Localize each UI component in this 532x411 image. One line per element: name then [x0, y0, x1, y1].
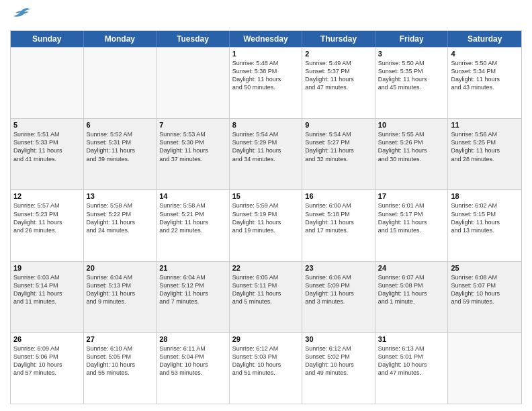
day-cell-13: 13Sunrise: 5:58 AM Sunset: 5:22 PM Dayli…: [84, 190, 157, 261]
weekday-header-wednesday: Wednesday: [230, 31, 303, 47]
day-number: 6: [87, 121, 154, 129]
day-number: 29: [232, 335, 300, 343]
day-cell-1: 1Sunrise: 5:48 AM Sunset: 5:38 PM Daylig…: [230, 48, 303, 118]
day-info: Sunrise: 6:12 AM Sunset: 5:02 PM Dayligh…: [305, 345, 372, 377]
calendar-row-3: 19Sunrise: 6:03 AM Sunset: 5:14 PM Dayli…: [11, 261, 521, 332]
day-cell-2: 2Sunrise: 5:49 AM Sunset: 5:37 PM Daylig…: [302, 48, 375, 118]
weekday-header-monday: Monday: [84, 31, 157, 47]
day-info: Sunrise: 6:04 AM Sunset: 5:13 PM Dayligh…: [87, 273, 154, 306]
day-number: 13: [87, 192, 154, 200]
day-number: 20: [87, 264, 154, 272]
day-cell-22: 22Sunrise: 6:05 AM Sunset: 5:11 PM Dayli…: [230, 262, 303, 332]
day-info: Sunrise: 6:08 AM Sunset: 5:07 PM Dayligh…: [451, 273, 519, 306]
calendar-header: SundayMondayTuesdayWednesdayThursdayFrid…: [11, 31, 521, 47]
day-cell-27: 27Sunrise: 6:10 AM Sunset: 5:05 PM Dayli…: [84, 333, 157, 404]
day-number: 23: [305, 264, 372, 272]
day-cell-8: 8Sunrise: 5:54 AM Sunset: 5:29 PM Daylig…: [230, 119, 303, 189]
empty-cell-0-2: [157, 48, 230, 118]
day-cell-18: 18Sunrise: 6:02 AM Sunset: 5:15 PM Dayli…: [448, 190, 521, 261]
day-info: Sunrise: 5:50 AM Sunset: 5:35 PM Dayligh…: [378, 59, 445, 92]
day-cell-4: 4Sunrise: 5:50 AM Sunset: 5:34 PM Daylig…: [448, 48, 521, 118]
day-number: 26: [13, 335, 81, 343]
day-number: 10: [378, 121, 445, 129]
day-number: 1: [232, 50, 300, 58]
day-cell-5: 5Sunrise: 5:51 AM Sunset: 5:33 PM Daylig…: [11, 119, 84, 189]
day-info: Sunrise: 6:02 AM Sunset: 5:15 PM Dayligh…: [451, 201, 519, 234]
day-number: 7: [159, 121, 226, 129]
day-cell-29: 29Sunrise: 6:12 AM Sunset: 5:03 PM Dayli…: [230, 333, 303, 404]
day-info: Sunrise: 5:58 AM Sunset: 5:21 PM Dayligh…: [159, 201, 226, 234]
day-cell-24: 24Sunrise: 6:07 AM Sunset: 5:08 PM Dayli…: [375, 262, 449, 332]
day-number: 30: [305, 335, 372, 343]
day-cell-31: 31Sunrise: 6:13 AM Sunset: 5:01 PM Dayli…: [375, 333, 449, 404]
calendar: SundayMondayTuesdayWednesdayThursdayFrid…: [10, 30, 522, 404]
day-info: Sunrise: 6:12 AM Sunset: 5:03 PM Dayligh…: [232, 345, 300, 377]
day-info: Sunrise: 5:52 AM Sunset: 5:31 PM Dayligh…: [87, 130, 154, 163]
day-number: 5: [13, 121, 81, 129]
day-cell-15: 15Sunrise: 5:59 AM Sunset: 5:19 PM Dayli…: [230, 190, 303, 261]
day-number: 15: [232, 192, 300, 200]
day-info: Sunrise: 5:49 AM Sunset: 5:37 PM Dayligh…: [305, 59, 372, 92]
day-info: Sunrise: 5:50 AM Sunset: 5:34 PM Dayligh…: [451, 59, 519, 92]
calendar-row-1: 5Sunrise: 5:51 AM Sunset: 5:33 PM Daylig…: [11, 118, 521, 189]
calendar-row-0: 1Sunrise: 5:48 AM Sunset: 5:38 PM Daylig…: [11, 47, 521, 118]
day-info: Sunrise: 6:09 AM Sunset: 5:06 PM Dayligh…: [13, 345, 81, 377]
empty-cell-4-6: [448, 333, 521, 404]
day-info: Sunrise: 6:03 AM Sunset: 5:14 PM Dayligh…: [13, 273, 81, 306]
day-cell-12: 12Sunrise: 5:57 AM Sunset: 5:23 PM Dayli…: [11, 190, 84, 261]
day-info: Sunrise: 6:05 AM Sunset: 5:11 PM Dayligh…: [232, 273, 300, 306]
day-cell-28: 28Sunrise: 6:11 AM Sunset: 5:04 PM Dayli…: [157, 333, 230, 404]
logo-bird-icon: [12, 7, 31, 25]
weekday-header-thursday: Thursday: [302, 31, 375, 47]
day-cell-16: 16Sunrise: 6:00 AM Sunset: 5:18 PM Dayli…: [302, 190, 375, 261]
day-info: Sunrise: 6:13 AM Sunset: 5:01 PM Dayligh…: [378, 345, 445, 377]
header: [10, 7, 522, 25]
day-cell-19: 19Sunrise: 6:03 AM Sunset: 5:14 PM Dayli…: [11, 262, 84, 332]
empty-cell-0-1: [84, 48, 157, 118]
day-cell-10: 10Sunrise: 5:55 AM Sunset: 5:26 PM Dayli…: [375, 119, 449, 189]
day-number: 25: [451, 264, 519, 272]
page: SundayMondayTuesdayWednesdayThursdayFrid…: [0, 0, 532, 411]
day-number: 12: [13, 192, 81, 200]
day-cell-11: 11Sunrise: 5:56 AM Sunset: 5:25 PM Dayli…: [448, 119, 521, 189]
day-number: 8: [232, 121, 300, 129]
day-number: 4: [451, 50, 519, 58]
day-info: Sunrise: 5:57 AM Sunset: 5:23 PM Dayligh…: [13, 201, 81, 234]
day-number: 9: [305, 121, 372, 129]
day-info: Sunrise: 5:48 AM Sunset: 5:38 PM Dayligh…: [232, 59, 300, 92]
day-cell-3: 3Sunrise: 5:50 AM Sunset: 5:35 PM Daylig…: [375, 48, 449, 118]
calendar-row-4: 26Sunrise: 6:09 AM Sunset: 5:06 PM Dayli…: [11, 332, 521, 404]
day-cell-6: 6Sunrise: 5:52 AM Sunset: 5:31 PM Daylig…: [84, 119, 157, 189]
day-info: Sunrise: 6:01 AM Sunset: 5:17 PM Dayligh…: [378, 201, 445, 234]
day-cell-23: 23Sunrise: 6:06 AM Sunset: 5:09 PM Dayli…: [302, 262, 375, 332]
calendar-body: 1Sunrise: 5:48 AM Sunset: 5:38 PM Daylig…: [11, 47, 521, 404]
day-number: 2: [305, 50, 372, 58]
day-number: 19: [13, 264, 81, 272]
day-cell-25: 25Sunrise: 6:08 AM Sunset: 5:07 PM Dayli…: [448, 262, 521, 332]
day-cell-9: 9Sunrise: 5:54 AM Sunset: 5:27 PM Daylig…: [302, 119, 375, 189]
day-info: Sunrise: 5:54 AM Sunset: 5:27 PM Dayligh…: [305, 130, 372, 163]
day-number: 18: [451, 192, 519, 200]
day-info: Sunrise: 5:59 AM Sunset: 5:19 PM Dayligh…: [232, 201, 300, 234]
day-info: Sunrise: 5:54 AM Sunset: 5:29 PM Dayligh…: [232, 130, 300, 163]
day-number: 22: [232, 264, 300, 272]
day-info: Sunrise: 6:06 AM Sunset: 5:09 PM Dayligh…: [305, 273, 372, 306]
day-cell-26: 26Sunrise: 6:09 AM Sunset: 5:06 PM Dayli…: [11, 333, 84, 404]
weekday-header-saturday: Saturday: [448, 31, 521, 47]
day-number: 21: [159, 264, 226, 272]
weekday-header-tuesday: Tuesday: [157, 31, 230, 47]
day-number: 3: [378, 50, 445, 58]
day-cell-7: 7Sunrise: 5:53 AM Sunset: 5:30 PM Daylig…: [157, 119, 230, 189]
day-info: Sunrise: 6:00 AM Sunset: 5:18 PM Dayligh…: [305, 201, 372, 234]
empty-cell-0-0: [11, 48, 84, 118]
day-info: Sunrise: 5:53 AM Sunset: 5:30 PM Dayligh…: [159, 130, 226, 163]
day-number: 31: [378, 335, 445, 343]
day-number: 16: [305, 192, 372, 200]
day-info: Sunrise: 6:07 AM Sunset: 5:08 PM Dayligh…: [378, 273, 445, 306]
day-info: Sunrise: 5:55 AM Sunset: 5:26 PM Dayligh…: [378, 130, 445, 163]
day-cell-17: 17Sunrise: 6:01 AM Sunset: 5:17 PM Dayli…: [375, 190, 449, 261]
calendar-row-2: 12Sunrise: 5:57 AM Sunset: 5:23 PM Dayli…: [11, 189, 521, 261]
day-number: 28: [159, 335, 226, 343]
day-info: Sunrise: 6:04 AM Sunset: 5:12 PM Dayligh…: [159, 273, 226, 306]
logo: [10, 7, 31, 25]
